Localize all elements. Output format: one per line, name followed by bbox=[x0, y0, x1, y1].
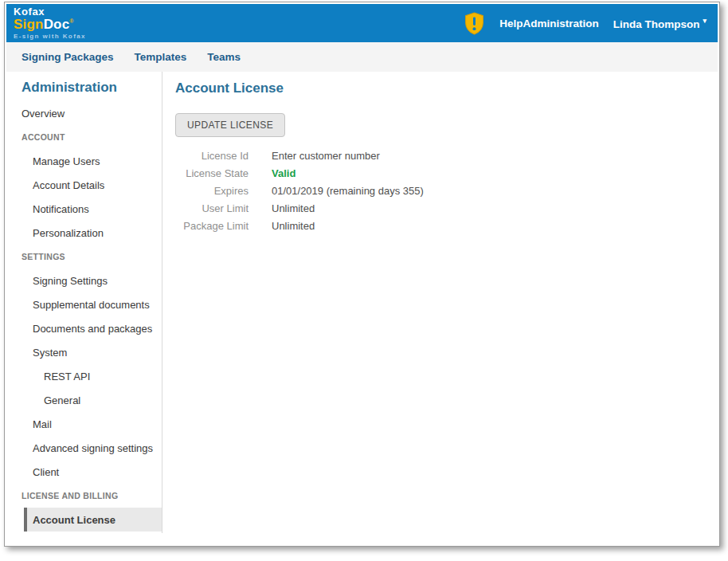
sidebar-menu-item[interactable]: REST API bbox=[6, 364, 162, 388]
detail-label: User Limit bbox=[175, 200, 249, 218]
license-detail-row: License StateValid bbox=[175, 165, 702, 182]
license-detail-row: License IdEnter customer number bbox=[175, 147, 702, 165]
user-menu[interactable]: Linda Thompson▾ bbox=[613, 17, 706, 30]
main-panel: Account License UPDATE LICENSE License I… bbox=[162, 72, 718, 235]
detail-value: 01/01/2019 (remaining days 355) bbox=[272, 182, 424, 200]
kofax-signdoc-logo: Kofax SignDoc® E-sign with Kofax bbox=[14, 6, 86, 40]
detail-label: Expires bbox=[175, 182, 249, 200]
sidebar-menu-item[interactable]: SETTINGS bbox=[6, 245, 162, 269]
user-name: Linda Thompson bbox=[613, 18, 700, 30]
chevron-down-icon: ▾ bbox=[703, 17, 706, 25]
logo-product: SignDoc® bbox=[14, 18, 86, 31]
sidebar-menu-item[interactable]: Client bbox=[6, 460, 162, 484]
header-link[interactable]: Administration bbox=[523, 18, 598, 29]
sidebar-menu: OverviewACCOUNTManage UsersAccount Detai… bbox=[6, 101, 162, 532]
license-detail-row: Package LimitUnlimited bbox=[175, 218, 702, 235]
detail-label: Package Limit bbox=[175, 218, 249, 235]
nav-item[interactable]: Teams bbox=[207, 51, 241, 63]
sidebar-menu-item[interactable]: Signing Settings bbox=[6, 269, 162, 292]
logo-tagline: E-sign with Kofax bbox=[14, 33, 86, 40]
header-link[interactable]: Help bbox=[499, 18, 523, 29]
sidebar-menu-item[interactable]: Notifications bbox=[6, 197, 162, 221]
sidebar-menu-item[interactable]: Manage Users bbox=[6, 149, 162, 173]
detail-label: License State bbox=[175, 165, 249, 182]
sidebar-menu-item[interactable]: Mail bbox=[6, 412, 162, 436]
registered-mark-icon: ® bbox=[69, 18, 73, 24]
app-window: Kofax SignDoc® E-sign with Kofax HelpAdm… bbox=[4, 2, 720, 547]
detail-value: Enter customer number bbox=[272, 147, 380, 165]
update-license-button[interactable]: UPDATE LICENSE bbox=[175, 113, 285, 137]
detail-value: Valid bbox=[272, 165, 296, 182]
sidebar-menu-item[interactable]: System bbox=[6, 340, 162, 364]
license-details: License IdEnter customer numberLicense S… bbox=[175, 147, 702, 235]
nav-item[interactable]: Templates bbox=[135, 51, 187, 63]
detail-value: Unlimited bbox=[272, 200, 315, 218]
main-nav: Signing PackagesTemplatesTeams bbox=[6, 42, 718, 72]
sidebar-menu-item[interactable]: ACCOUNT bbox=[6, 125, 162, 149]
license-detail-row: User LimitUnlimited bbox=[175, 200, 702, 218]
sidebar-menu-item[interactable]: Supplemental documents bbox=[6, 292, 162, 316]
logo-product-sign: Sign bbox=[14, 17, 44, 32]
detail-label: License Id bbox=[175, 147, 249, 165]
sidebar-menu-item[interactable]: General bbox=[6, 388, 162, 412]
sidebar-menu-item[interactable]: Personalization bbox=[6, 221, 162, 245]
sidebar-menu-item[interactable]: LICENSE AND BILLING bbox=[6, 484, 162, 508]
sidebar-menu-item[interactable]: Overview bbox=[6, 101, 162, 125]
admin-sidebar: Administration OverviewACCOUNTManage Use… bbox=[6, 72, 162, 533]
content-area: Administration OverviewACCOUNTManage Use… bbox=[6, 72, 718, 545]
license-detail-row: Expires01/01/2019 (remaining days 355) bbox=[175, 182, 702, 200]
sidebar-menu-item[interactable]: Documents and packages bbox=[6, 316, 162, 340]
sidebar-menu-item[interactable]: Account License bbox=[24, 508, 162, 532]
header-actions: HelpAdministration Linda Thompson▾ bbox=[464, 12, 706, 35]
shield-warning-icon[interactable] bbox=[464, 12, 484, 35]
page-title: Account License bbox=[175, 80, 702, 97]
logo-product-doc: Doc bbox=[44, 17, 70, 32]
logo-brand: Kofax bbox=[14, 6, 86, 17]
detail-value: Unlimited bbox=[272, 218, 315, 235]
sidebar-menu-item[interactable]: Account Details bbox=[6, 173, 162, 197]
nav-item[interactable]: Signing Packages bbox=[22, 51, 114, 63]
sidebar-title: Administration bbox=[22, 80, 162, 96]
header-links: HelpAdministration bbox=[499, 16, 599, 30]
app-header: Kofax SignDoc® E-sign with Kofax HelpAdm… bbox=[6, 4, 718, 42]
sidebar-menu-item[interactable]: Advanced signing settings bbox=[6, 436, 162, 460]
